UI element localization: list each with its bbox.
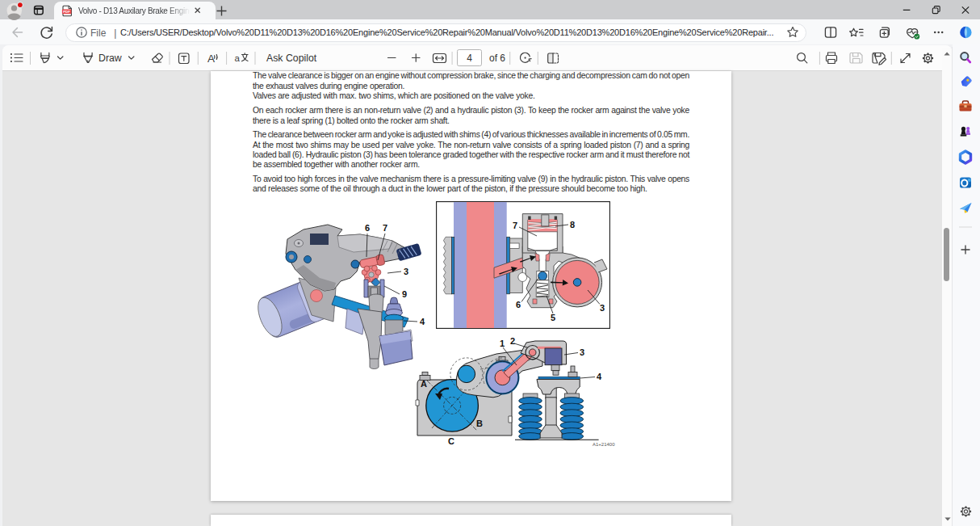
svg-text:A: A <box>207 53 215 65</box>
svg-text:8: 8 <box>570 220 575 229</box>
svg-text:7: 7 <box>513 221 517 230</box>
svg-text:B: B <box>476 419 483 428</box>
svg-text:A: A <box>421 379 427 389</box>
svg-text:3: 3 <box>600 303 605 313</box>
svg-text:of 6: of 6 <box>489 53 505 64</box>
svg-text:3: 3 <box>404 267 408 276</box>
svg-text:6: 6 <box>365 223 370 233</box>
svg-text:4: 4 <box>420 317 425 326</box>
svg-text:a: a <box>235 53 241 63</box>
svg-text:9: 9 <box>402 289 407 299</box>
svg-text:PDF: PDF <box>63 10 70 14</box>
svg-text:1: 1 <box>500 339 505 348</box>
svg-text:6: 6 <box>516 300 521 309</box>
svg-text:4: 4 <box>597 372 602 381</box>
svg-text:3: 3 <box>580 347 584 357</box>
svg-text:Ask Copilot: Ask Copilot <box>266 53 317 64</box>
svg-text:7: 7 <box>383 223 387 233</box>
svg-text:5: 5 <box>551 313 555 322</box>
svg-text:A1+21400: A1+21400 <box>593 442 615 447</box>
svg-text:4: 4 <box>467 53 472 64</box>
svg-text:2: 2 <box>510 336 515 346</box>
svg-text:C: C <box>448 436 454 446</box>
